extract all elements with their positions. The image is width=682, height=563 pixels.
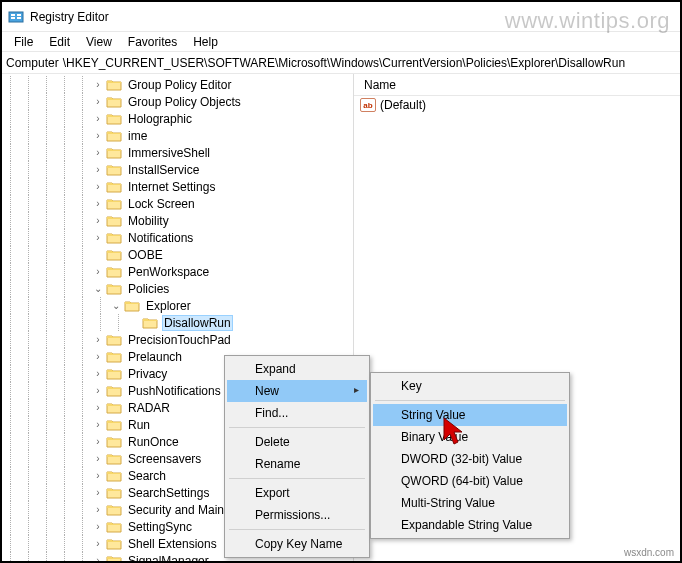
menu-favorites[interactable]: Favorites	[120, 33, 185, 51]
folder-icon	[106, 129, 122, 143]
expand-icon[interactable]: ›	[92, 470, 104, 481]
menu-item[interactable]: Expand	[227, 358, 367, 380]
expand-icon[interactable]: ›	[92, 419, 104, 430]
tree-item-label: SearchSettings	[126, 486, 211, 500]
menu-item[interactable]: DWORD (32-bit) Value	[373, 448, 567, 470]
tree-item-label: DisallowRun	[162, 315, 233, 331]
expand-icon[interactable]: ›	[92, 487, 104, 498]
tree-item[interactable]: ›Internet Settings	[2, 178, 353, 195]
expand-icon[interactable]: ›	[92, 130, 104, 141]
menu-edit[interactable]: Edit	[41, 33, 78, 51]
tree-item[interactable]: ›ime	[2, 127, 353, 144]
expand-icon[interactable]: ›	[92, 351, 104, 362]
list-item-name: (Default)	[380, 98, 426, 112]
menu-file[interactable]: File	[6, 33, 41, 51]
tree-item[interactable]: OOBE	[2, 246, 353, 263]
folder-icon	[106, 146, 122, 160]
address-bar: Computer\HKEY_CURRENT_USER\SOFTWARE\Micr…	[2, 52, 680, 74]
expand-icon[interactable]: ›	[92, 334, 104, 345]
expand-icon[interactable]: ›	[92, 181, 104, 192]
tree-item[interactable]: ›ImmersiveShell	[2, 144, 353, 161]
menu-item[interactable]: Binary Value	[373, 426, 567, 448]
tree-item-label: OOBE	[126, 248, 165, 262]
expand-icon[interactable]: ›	[92, 215, 104, 226]
menu-item[interactable]: Copy Key Name	[227, 533, 367, 555]
menu-item[interactable]: QWORD (64-bit) Value	[373, 470, 567, 492]
menu-item[interactable]: Expandable String Value	[373, 514, 567, 536]
expand-icon[interactable]: ›	[92, 113, 104, 124]
menu-item[interactable]: Multi-String Value	[373, 492, 567, 514]
menu-item[interactable]: Export	[227, 482, 367, 504]
folder-icon	[106, 112, 122, 126]
folder-icon	[106, 367, 122, 381]
credit-text: wsxdn.com	[624, 547, 674, 558]
expand-icon[interactable]: ›	[92, 453, 104, 464]
tree-item[interactable]: ›Notifications	[2, 229, 353, 246]
expand-icon[interactable]: ›	[92, 164, 104, 175]
svg-rect-3	[17, 14, 21, 16]
menu-item[interactable]: Permissions...	[227, 504, 367, 526]
folder-icon	[106, 469, 122, 483]
expand-icon[interactable]: ›	[92, 555, 104, 561]
collapse-icon[interactable]: ⌄	[92, 283, 104, 294]
context-menu-new[interactable]: KeyString ValueBinary ValueDWORD (32-bit…	[370, 372, 570, 539]
expand-icon[interactable]: ›	[92, 368, 104, 379]
folder-icon	[124, 299, 140, 313]
menu-item[interactable]: Key	[373, 375, 567, 397]
expand-icon[interactable]: ›	[92, 147, 104, 158]
tree-item-label: Policies	[126, 282, 171, 296]
list-row[interactable]: ab(Default)	[354, 96, 680, 114]
menu-item[interactable]: Rename	[227, 453, 367, 475]
tree-item-label: RADAR	[126, 401, 172, 415]
tree-item[interactable]: ›Lock Screen	[2, 195, 353, 212]
address-label: Computer	[6, 56, 59, 70]
menu-separator	[229, 529, 365, 530]
tree-item-label: Notifications	[126, 231, 195, 245]
tree-item[interactable]: ›Group Policy Objects	[2, 93, 353, 110]
tree-item[interactable]: ⌄Explorer	[2, 297, 353, 314]
menu-item[interactable]: New	[227, 380, 367, 402]
expand-icon[interactable]: ›	[92, 436, 104, 447]
folder-icon	[106, 248, 122, 262]
menu-separator	[229, 478, 365, 479]
menu-item[interactable]: Delete	[227, 431, 367, 453]
tree-item-label: PenWorkspace	[126, 265, 211, 279]
expand-icon[interactable]: ›	[92, 504, 104, 515]
tree-item-label: SignalManager	[126, 554, 211, 562]
expand-icon[interactable]: ›	[92, 96, 104, 107]
collapse-icon[interactable]: ⌄	[110, 300, 122, 311]
expand-icon[interactable]: ›	[92, 385, 104, 396]
tree-item-label: PrecisionTouchPad	[126, 333, 233, 347]
expand-icon[interactable]: ›	[92, 79, 104, 90]
tree-item-label: Group Policy Editor	[126, 78, 233, 92]
folder-icon	[106, 350, 122, 364]
expand-icon[interactable]: ›	[92, 538, 104, 549]
column-name[interactable]: Name	[360, 76, 400, 94]
folder-icon	[106, 486, 122, 500]
tree-item[interactable]: ›Group Policy Editor	[2, 76, 353, 93]
tree-item[interactable]: DisallowRun	[2, 314, 353, 331]
folder-icon	[106, 214, 122, 228]
tree-item[interactable]: ›PrecisionTouchPad	[2, 331, 353, 348]
tree-item[interactable]: ›Holographic	[2, 110, 353, 127]
tree-item[interactable]: ›InstallService	[2, 161, 353, 178]
menu-item[interactable]: Find...	[227, 402, 367, 424]
expand-icon[interactable]: ›	[92, 402, 104, 413]
expand-icon[interactable]: ›	[92, 198, 104, 209]
tree-item[interactable]: ›Mobility	[2, 212, 353, 229]
tree-item[interactable]: ⌄Policies	[2, 280, 353, 297]
address-path[interactable]: \HKEY_CURRENT_USER\SOFTWARE\Microsoft\Wi…	[61, 55, 676, 71]
context-menu-key[interactable]: ExpandNewFind...DeleteRenameExportPermis…	[224, 355, 370, 558]
menu-help[interactable]: Help	[185, 33, 226, 51]
tree-item-label: Shell Extensions	[126, 537, 219, 551]
menu-item[interactable]: String Value	[373, 404, 567, 426]
folder-icon	[106, 401, 122, 415]
list-header: Name	[354, 74, 680, 96]
folder-icon	[106, 452, 122, 466]
expand-icon[interactable]: ›	[92, 232, 104, 243]
expand-icon[interactable]: ›	[92, 521, 104, 532]
menu-view[interactable]: View	[78, 33, 120, 51]
tree-item-label: Prelaunch	[126, 350, 184, 364]
expand-icon[interactable]: ›	[92, 266, 104, 277]
tree-item[interactable]: ›PenWorkspace	[2, 263, 353, 280]
